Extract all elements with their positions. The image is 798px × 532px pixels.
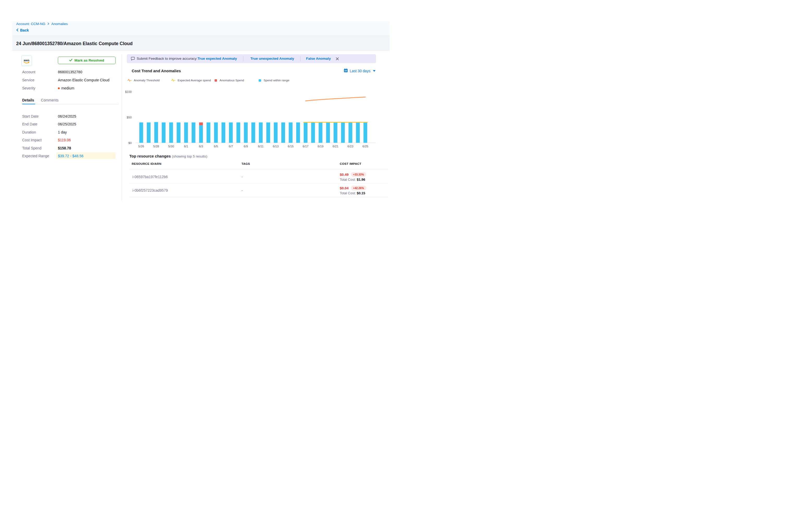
cost-impact-percent-badge: +33.33% [351,172,366,177]
anomalous-bar-6/3[interactable] [199,122,203,125]
y-axis-tick: $100 [125,90,132,93]
resource-id-link[interactable]: i-06597ba197fe112b6 [132,175,168,179]
end-date-label: End Date [22,122,37,126]
bar-6/19[interactable] [319,122,323,143]
calendar-icon [344,68,348,73]
feedback-false-anomaly[interactable]: False Anomaly [306,57,331,60]
bar-6/7[interactable] [229,122,233,142]
service-label: Service [22,78,34,82]
bar-6/20[interactable] [326,122,330,143]
pulse-line-icon [127,78,132,82]
bar-6/2[interactable] [192,122,195,142]
tab-details[interactable]: Details [22,98,34,102]
bar-6/8[interactable] [236,122,241,142]
legend-anomalous-spend: Anomalous Spend [214,79,258,82]
table-row-divider [129,183,388,184]
x-axis-tick: 6/9 [244,145,248,148]
x-axis-tick: 6/21 [332,145,338,148]
anomaly-threshold-line [306,97,365,101]
table-title: Top resource changes [129,154,171,158]
bar-6/21[interactable] [334,122,338,143]
bar-6/22[interactable] [341,122,345,143]
x-axis-tick: 6/7 [229,145,233,148]
svg-text:aws: aws [24,58,30,62]
x-axis-tick: 6/3 [199,145,203,148]
x-axis-tick: 5/26 [138,145,144,148]
detail-tabs: Details Comments [22,98,59,102]
start-date-value: 06/24/2025 [58,114,76,118]
close-icon[interactable] [336,57,339,61]
tags-value: - [242,188,243,192]
bar-6/17[interactable] [304,122,308,143]
bar-6/3[interactable] [199,125,203,142]
bar-6/18[interactable] [311,122,315,143]
breadcrumb-account-link[interactable]: Account: CCM-NG [16,22,45,26]
bar-6/1[interactable] [184,122,188,142]
total-cost-label: Total Cost: [340,191,356,195]
feedback-true-unexpected[interactable]: True unexpected Anomaly [250,57,294,60]
total-cost-value: $1.96 [357,177,365,182]
duration-label: Duration [22,130,36,134]
chevron-down-icon [373,70,376,72]
blue-square-icon [258,79,262,82]
chevron-left-icon [16,28,19,32]
column-header-tags: TAGS [242,162,250,165]
cost-chart-svg: $0$50$1005/265/285/306/16/36/56/76/96/11… [125,88,378,153]
bar-6/10[interactable] [251,122,255,142]
bar-5/31[interactable] [177,122,181,142]
start-date-label: Start Date [22,114,39,118]
bar-6/24[interactable] [356,122,360,143]
bar-5/29[interactable] [162,122,166,142]
y-axis-tick: $0 [128,141,132,145]
bar-6/15[interactable] [289,122,292,142]
table-header-divider [129,169,388,169]
feedback-true-expected[interactable]: True expected Anomaly [197,57,237,60]
bar-6/13[interactable] [274,122,278,142]
page-title: 24 Jun/868001352780/Amazon Elastic Compu… [16,41,132,46]
bar-6/14[interactable] [281,122,285,142]
legend-spend-within-range: Spend within range [258,79,289,82]
account-value: 868001352780 [58,70,82,74]
bar-6/4[interactable] [207,122,210,142]
bar-5/27[interactable] [147,122,151,142]
total-cost-line: Total Cost: $1.96 [340,177,365,182]
bar-6/5[interactable] [214,122,218,142]
bar-6/6[interactable] [222,122,225,142]
bar-6/16[interactable] [296,122,300,142]
service-value: Amazon Elastic Compute Cloud [58,78,110,82]
x-axis-tick: 6/25 [362,145,368,148]
account-label: Account [22,70,36,74]
chart-legend: Anomaly Threshold Expected Average spend… [127,78,289,82]
x-axis-tick: 6/23 [348,145,353,148]
bar-6/11[interactable] [259,122,263,142]
total-spend-value: $158.78 [58,146,71,150]
severity-value: medium [58,86,74,90]
breadcrumb-anomalies-link[interactable]: Anomalies [51,22,68,26]
x-axis-tick: 6/1 [184,145,188,148]
bar-5/26[interactable] [139,122,143,142]
resource-id-link[interactable]: i-0b6f257223cad9579 [132,188,168,192]
cost-trend-chart: $0$50$1005/265/285/306/16/36/56/76/96/11… [125,88,378,153]
bar-6/9[interactable] [244,122,248,142]
legend-label: Spend within range [264,79,289,82]
bar-6/12[interactable] [266,122,270,142]
back-button[interactable]: Back [16,28,29,32]
x-axis-tick: 6/15 [288,145,293,148]
cost-impact-percent-badge: +42.26% [351,186,366,190]
date-range-label: Last 30 days [350,69,370,73]
chart-title: Cost Trend and Anomalies [132,69,181,73]
cost-impact-cell: $0.04 +42.26% [340,186,366,190]
check-icon [69,58,73,62]
bar-5/28[interactable] [154,122,158,142]
x-axis-tick: 5/30 [168,145,174,148]
x-axis-tick: 6/17 [303,145,308,148]
bar-6/23[interactable] [348,122,352,143]
table-subtitle: (showing top 5 results) [172,154,207,158]
x-axis-tick: 5/28 [153,145,159,148]
bar-6/25[interactable] [363,122,367,143]
date-range-selector[interactable]: Last 30 days [344,68,376,73]
severity-label: Severity [22,86,36,90]
bar-5/30[interactable] [169,122,173,142]
tab-comments[interactable]: Comments [41,98,59,102]
mark-as-resolved-button[interactable]: Mark as Resolved [58,57,116,64]
